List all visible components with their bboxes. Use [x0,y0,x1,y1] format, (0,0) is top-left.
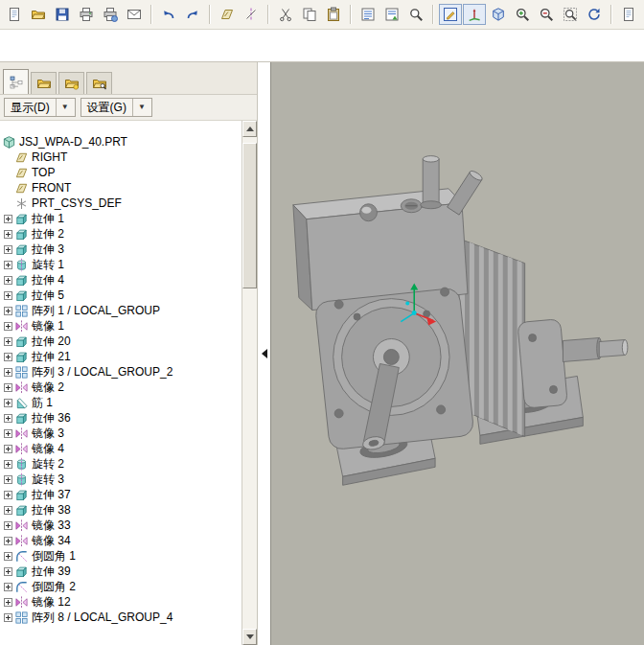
panel-sash[interactable] [258,62,270,645]
tree-item[interactable]: 阵列 1 / LOCAL_GROUP [2,303,242,318]
tree-item[interactable]: JSJ_WPA-D_40.PRT [2,134,242,150]
search-button[interactable] [404,4,427,25]
expand-icon[interactable] [2,215,14,223]
datum-plane-button[interactable] [216,4,239,25]
printer2-icon [103,7,118,22]
expand-icon[interactable] [2,460,14,469]
expand-icon[interactable] [2,445,14,453]
expand-icon[interactable] [2,368,14,377]
tree-item[interactable]: 拉伸 20 [2,334,242,349]
navigator-tab-folder-browser[interactable] [31,72,57,94]
orient-mode-button[interactable] [487,4,510,25]
tree-item[interactable]: 镜像 3 [2,426,242,441]
zoom-in-button[interactable] [511,4,534,25]
open-button[interactable] [27,4,50,25]
navigator-tab-connections[interactable] [86,72,112,94]
tree-item[interactable]: 阵列 3 / LOCAL_GROUP_2 [2,364,242,380]
refit-button[interactable] [559,4,582,25]
redo-button[interactable] [181,4,204,25]
tree-item[interactable]: RIGHT [2,150,242,165]
expand-icon[interactable] [2,506,14,515]
tree-item[interactable]: FRONT [2,180,242,196]
expand-icon[interactable] [2,307,14,315]
print-setup-button[interactable] [99,4,122,25]
tree-item[interactable]: 拉伸 5 [2,288,242,303]
undo-button[interactable] [157,4,180,25]
tree-item[interactable]: PRT_CSYS_DEF [2,196,242,211]
mirror-icon [14,426,29,441]
scroll-down-button[interactable] [242,629,257,645]
csys-icon [14,196,29,211]
tree-item[interactable]: 拉伸 38 [2,502,242,518]
tree-item[interactable]: 拉伸 2 [2,226,242,242]
cut-button[interactable] [274,4,297,25]
model-info-button[interactable] [380,4,403,25]
expand-icon[interactable] [2,613,14,622]
expand-icon[interactable] [2,491,14,499]
save-button[interactable] [51,4,74,25]
expand-icon[interactable] [2,399,14,407]
expand-icon[interactable] [2,261,14,269]
tree-item[interactable]: 拉伸 1 [2,211,242,226]
tree-item[interactable]: 旋转 3 [2,472,242,487]
navigator-tab-favorites[interactable] [58,72,84,94]
tree-item[interactable]: 镜像 12 [2,594,242,610]
expand-icon[interactable] [2,414,14,423]
zoom-out-button[interactable] [535,4,558,25]
tree-item[interactable]: 镜像 34 [2,533,242,548]
graphics-viewport[interactable] [270,62,644,645]
expand-icon[interactable] [2,583,14,591]
tree-item[interactable]: 镜像 4 [2,441,242,456]
expand-icon[interactable] [2,537,14,545]
tree-item[interactable]: 拉伸 4 [2,272,242,288]
expand-icon[interactable] [2,598,14,607]
datum-axis-button[interactable] [240,4,263,25]
tree-item[interactable]: 拉伸 3 [2,242,242,257]
expand-icon[interactable] [2,475,14,484]
spin-center-button[interactable] [463,4,486,25]
repaint-button[interactable] [583,4,606,25]
copy-button[interactable] [298,4,321,25]
expand-icon[interactable] [2,552,14,561]
tree-item[interactable]: 筋 1 [2,395,242,410]
expand-icon[interactable] [2,291,14,300]
print-button[interactable] [75,4,98,25]
navigator-tab-model-tree[interactable] [3,69,29,94]
tree-item[interactable]: 旋转 2 [2,456,242,472]
scroll-up-button[interactable] [242,121,257,137]
expand-icon[interactable] [2,383,14,392]
show-dropdown[interactable]: 显示(D) ▼ [4,98,76,117]
tree-item[interactable]: 镜像 2 [2,380,242,395]
send-mail-button[interactable] [123,4,146,25]
settings-dropdown[interactable]: 设置(G) ▼ [80,98,152,117]
model-tree-container: JSJ_WPA-D_40.PRTRIGHTTOPFRONTPRT_CSYS_DE… [0,121,257,645]
tree-item[interactable]: TOP [2,165,242,180]
view-edit-button[interactable] [439,4,462,25]
tree-item[interactable]: 镜像 33 [2,518,242,533]
expand-icon[interactable] [2,567,14,576]
scrollbar-track[interactable] [242,137,257,629]
scrollbar-thumb[interactable] [242,143,257,288]
tree-item[interactable]: 拉伸 37 [2,487,242,502]
new-file-button[interactable] [3,4,26,25]
new-window-button[interactable] [617,4,640,25]
expand-icon[interactable] [2,322,14,331]
tree-scrollbar[interactable] [242,121,257,645]
tree-item[interactable]: 拉伸 21 [2,349,242,364]
tree-item[interactable]: 倒圆角 2 [2,579,242,594]
expand-icon[interactable] [2,245,14,254]
expand-icon[interactable] [2,429,14,438]
tree-item[interactable]: 旋转 1 [2,257,242,272]
expand-icon[interactable] [2,276,14,285]
expand-icon[interactable] [2,337,14,346]
tree-item[interactable]: 镜像 1 [2,318,242,334]
tree-item[interactable]: 倒圆角 1 [2,548,242,564]
tree-item[interactable]: 拉伸 39 [2,564,242,579]
regenerate-button[interactable] [356,4,380,25]
paste-button[interactable] [322,4,345,25]
tree-item[interactable]: 阵列 8 / LOCAL_GROUP_4 [2,610,242,625]
tree-item[interactable]: 拉伸 36 [2,410,242,426]
expand-icon[interactable] [2,521,14,530]
expand-icon[interactable] [2,353,14,361]
expand-icon[interactable] [2,230,14,239]
